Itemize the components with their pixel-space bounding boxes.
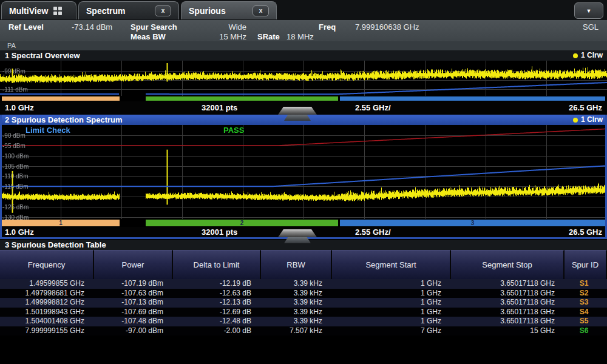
window2-sweep-points: 32001 pts [202, 228, 237, 237]
column-header-delta-to-limit[interactable]: Delta to Limit [173, 250, 261, 279]
window2-start-freq: 1.0 GHz [5, 228, 34, 237]
cell-frequency: 1.501998943 GHz [0, 308, 94, 317]
single-sweep-badge: SGL [583, 22, 599, 32]
column-header-spur-id[interactable]: Spur ID [565, 250, 607, 279]
tab-spurious-label: Spurious [189, 6, 226, 16]
cell-frequency: 7.999999155 GHz [0, 326, 94, 336]
cell-power: -107.19 dBm [94, 279, 173, 289]
sweep-segment-2 [146, 96, 338, 101]
tab-multiview-label: MultiView [9, 6, 48, 16]
cell-power: -107.69 dBm [94, 308, 173, 317]
y-axis-label: -90 dBm [2, 132, 25, 139]
analyzer-screen: MultiView Spectrum x Spurious x ▼ Ref Le… [0, 0, 607, 364]
y-axis-label: -130 dBm [2, 214, 29, 220]
channel-info-bar: Ref Level -73.14 dBm Spur Search Meas BW… [0, 20, 607, 41]
column-header-segment-stop[interactable]: Segment Stop [451, 250, 565, 279]
cell-segment-start: 1 GHz [332, 279, 451, 289]
freq-label: Freq [319, 22, 336, 32]
cell-rbw: 7.507 kHz [261, 326, 332, 336]
window2-scale-per-div: 2.55 GHz/ [355, 228, 391, 237]
trace1-legend-label: 1 Clrw [581, 50, 603, 61]
spur-search-label: Spur Search [131, 22, 177, 32]
column-header-segment-start[interactable]: Segment Start [332, 250, 451, 279]
window-splitter-handle-2[interactable] [278, 229, 317, 237]
window3-title: 3 Spurious Detection Table [5, 240, 106, 249]
table-row[interactable]: 1.501998943 GHz-107.69 dBm-12.69 dB3.39 … [0, 308, 607, 317]
cell-spur-id: S1 [565, 279, 607, 289]
cell-segment-start: 1 GHz [332, 298, 451, 308]
cell-spur-id: S5 [565, 317, 607, 326]
cell-delta-to-limit: -12.13 dB [173, 298, 261, 308]
ref-level-label: Ref Level [8, 22, 44, 32]
window1-trace-legend[interactable]: 1 Clrw [573, 50, 603, 61]
y-axis-label: -100 dBm [2, 152, 29, 159]
window2-border-left [0, 115, 2, 239]
cell-spur-id: S6 [565, 326, 607, 336]
window1-titlebar[interactable]: 1 Spectral Overview 1 Clrw [0, 50, 607, 61]
cell-spur-id: S3 [565, 298, 607, 308]
spurious-spectrum-plot[interactable]: Limit Check PASS -90 dBm-95 dBm-100 dBm-… [0, 125, 607, 219]
meas-bw-value[interactable]: 15 MHz [200, 32, 246, 41]
sweep-segment-2: 2 [146, 220, 338, 226]
spectral-overview-plot[interactable]: -99 dBm-111 dBm [0, 61, 607, 96]
cell-delta-to-limit: -2.00 dB [173, 326, 261, 336]
cell-segment-start: 1 GHz [332, 317, 451, 326]
ref-level-value[interactable]: -73.14 dBm [72, 22, 112, 32]
window-splitter-handle-1-base[interactable] [284, 115, 311, 121]
meas-bw-label: Meas BW [131, 32, 166, 41]
spectral-overview-trace-canvas [0, 61, 607, 96]
window2-stop-freq: 26.5 GHz [569, 228, 602, 237]
table-row[interactable]: 1.497998681 GHz-107.63 dBm-12.63 dB3.39 … [0, 289, 607, 298]
tab-spectrum[interactable]: Spectrum x [78, 1, 179, 19]
table-header-row: FrequencyPowerDelta to LimitRBWSegment S… [0, 250, 607, 279]
meas-bw-mode[interactable]: Wide [200, 22, 246, 32]
table-row[interactable]: 7.999999155 GHz-97.00 dBm-2.00 dB7.507 k… [0, 326, 607, 336]
srate-value[interactable]: 18 MHz [287, 32, 314, 41]
cell-segment-stop: 3.65017118 GHz [451, 279, 565, 289]
trace1-color-dot-icon [573, 53, 578, 58]
window-splitter-handle-2-base[interactable] [284, 237, 311, 243]
cell-segment-start: 1 GHz [332, 308, 451, 317]
tab-overflow-button[interactable]: ▼ [574, 2, 603, 19]
table-row[interactable]: 1.49599855 GHz-107.19 dBm-12.19 dB3.39 k… [0, 279, 607, 289]
window1-title: 1 Spectral Overview [5, 51, 80, 60]
cell-segment-stop: 3.65017118 GHz [451, 317, 565, 326]
tab-multiview[interactable]: MultiView [1, 1, 76, 19]
cell-frequency: 1.49599855 GHz [0, 279, 94, 289]
cell-segment-stop: 3.65017118 GHz [451, 298, 565, 308]
limit-check-result-badge: PASS [223, 126, 244, 135]
column-header-frequency[interactable]: Frequency [0, 250, 94, 279]
cell-power: -107.48 dBm [94, 317, 173, 326]
spurious-spectrum-trace-canvas [0, 125, 607, 219]
channel-name: PA [7, 42, 16, 49]
column-header-power[interactable]: Power [94, 250, 173, 279]
cell-rbw: 3.39 kHz [261, 317, 332, 326]
y-axis-label: -115 dBm [2, 183, 29, 190]
table-row[interactable]: 1.499998812 GHz-107.13 dBm-12.13 dB3.39 … [0, 298, 607, 308]
cell-frequency: 1.504001408 GHz [0, 317, 94, 326]
sweep-segment-1: 1 [2, 220, 120, 226]
window-splitter-handle-1[interactable] [278, 107, 317, 115]
window2-title: 2 Spurious Detection Spectrum [5, 115, 123, 124]
freq-value[interactable]: 7.999160638 GHz [355, 22, 419, 32]
y-axis-label: -95 dBm [2, 142, 25, 149]
column-header-rbw[interactable]: RBW [261, 250, 332, 279]
cell-spur-id: S2 [565, 289, 607, 298]
cell-rbw: 3.39 kHz [261, 279, 332, 289]
limit-check-label: Limit Check [25, 126, 70, 135]
cell-power: -107.13 dBm [94, 298, 173, 308]
tab-spectrum-close-icon[interactable]: x [155, 5, 171, 16]
chevron-down-icon: ▼ [586, 8, 592, 14]
cell-spur-id: S4 [565, 308, 607, 317]
table-row[interactable]: 1.504001408 GHz-107.48 dBm-12.48 dB3.39 … [0, 317, 607, 326]
tab-spectrum-label: Spectrum [86, 6, 126, 16]
channel-tab-bar: MultiView Spectrum x Spurious x ▼ [0, 0, 607, 20]
sweep-segment-3: 3 [340, 220, 605, 226]
tab-spurious[interactable]: Spurious x [181, 1, 277, 19]
window2-trace-legend[interactable]: 1 Clrw [573, 115, 603, 125]
tab-spurious-close-icon[interactable]: x [253, 5, 269, 16]
cell-power: -107.63 dBm [94, 289, 173, 298]
window1-stop-freq: 26.5 GHz [569, 103, 602, 112]
cell-delta-to-limit: -12.48 dB [173, 317, 261, 326]
y-axis-label: -110 dBm [2, 173, 29, 180]
